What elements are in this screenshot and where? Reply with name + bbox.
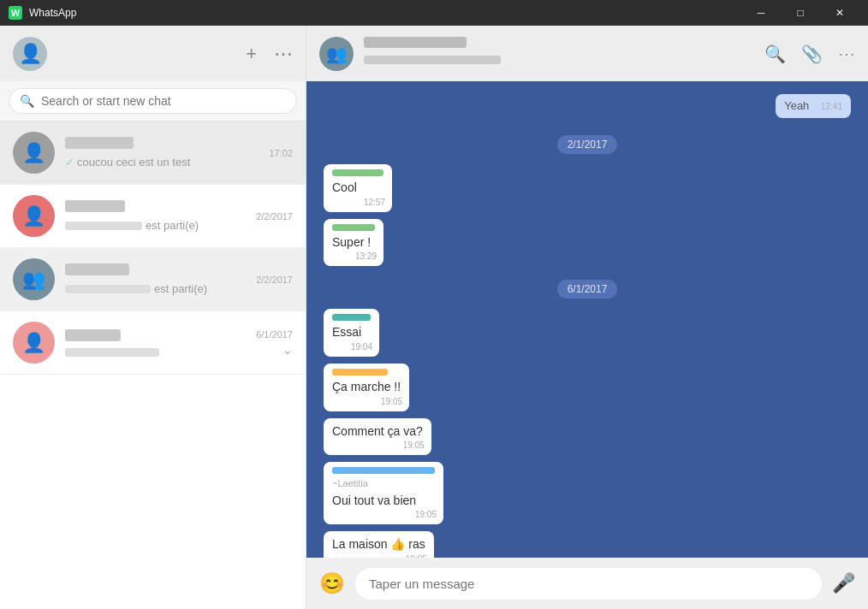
blurred-name [65, 329, 121, 341]
table-row: Essai 19:04 [324, 309, 379, 357]
list-item[interactable]: 👥 est parti(e) 2/2/2017 [0, 248, 306, 311]
titlebar-icon: W [9, 6, 22, 20]
chat-header-actions: 🔍 📎 ⋯ [764, 44, 855, 64]
blurred-name [65, 263, 129, 275]
chat-meta: 6/1/2017 ⌄ [256, 329, 293, 357]
new-chat-icon[interactable]: + [246, 43, 257, 65]
minimize-button[interactable]: ─ [741, 0, 781, 26]
chat-info: est parti(e) [65, 263, 256, 295]
user-avatar[interactable]: 👤 [13, 37, 47, 71]
chat-preview: est parti(e) [65, 282, 256, 295]
emoji-button[interactable]: 😊 [319, 571, 345, 595]
chat-time: 2/2/2017 [256, 211, 293, 222]
table-row: La maison 👍 ras 19:05 [324, 531, 434, 558]
table-row: ~Laetitia Oui tout va bien 19:05 [324, 462, 443, 524]
chat-meta: 2/2/2017 [256, 275, 293, 285]
avatar-icon: 👤 [22, 205, 45, 228]
chat-preview [65, 348, 256, 357]
blurred-contact-status [364, 56, 501, 64]
preview-text: coucou ceci est un test [77, 156, 190, 169]
chat-time: 6/1/2017 [256, 329, 293, 340]
message-text: Essai [332, 325, 361, 339]
message-input[interactable] [355, 568, 822, 600]
message-time: 19:05 [415, 509, 437, 521]
search-input[interactable] [41, 94, 286, 108]
attribution-text: ~Laetitia [332, 477, 435, 490]
blurred-name [65, 137, 134, 149]
chevron-down-icon: ⌄ [282, 343, 293, 357]
app: 👤 + ⋯ 🔍 👤 [0, 26, 868, 609]
maximize-button[interactable]: □ [781, 0, 820, 26]
chat-info: est parti(e) [65, 200, 256, 232]
table-row: Super ! 13:29 [324, 219, 383, 267]
avatar-icon: 👤 [22, 332, 45, 354]
chat-time: 2/2/2017 [256, 275, 293, 285]
chat-meta: 2/2/2017 [256, 211, 293, 222]
contact-status [364, 56, 501, 71]
contact-avatar-icon: 👥 [326, 44, 348, 64]
preview-text: est parti(e) [154, 282, 207, 295]
list-item[interactable]: 👤 ✓ coucou ceci est un test 17:02 [0, 121, 306, 185]
chat-header: 👥 🔍 📎 ⋯ [306, 26, 868, 81]
table-row: Cool 12:57 [324, 164, 392, 212]
date-badge: 2/1/2017 [557, 135, 618, 154]
list-item[interactable]: 👤 6/1/2017 ⌄ [0, 311, 306, 375]
chat-preview: ✓ coucou ceci est un test [65, 156, 269, 169]
sidebar: 👤 + ⋯ 🔍 👤 [0, 26, 306, 609]
menu-icon[interactable]: ⋯ [274, 43, 293, 65]
close-button[interactable]: ✕ [820, 0, 859, 26]
chat-preview: est parti(e) [65, 219, 256, 232]
message-time: 19:05 [406, 553, 427, 558]
sender-color-bar [332, 169, 383, 176]
messages: Yeah 12:41 2/1/2017 Cool 12:57 Super ! 1… [306, 81, 868, 558]
mic-button[interactable]: 🎤 [832, 572, 855, 594]
search-icon[interactable]: 🔍 [764, 44, 786, 64]
chat-meta: 17:02 [269, 148, 293, 158]
sidebar-header: 👤 + ⋯ [0, 26, 306, 81]
chat-info: ✓ coucou ceci est un test [65, 137, 269, 169]
message-time: 12:57 [364, 197, 385, 209]
titlebar-title: WhatsApp [29, 7, 76, 19]
checkmark-icon: ✓ [65, 157, 74, 169]
search-bar: 🔍 [0, 81, 306, 121]
titlebar-controls: ─ □ ✕ [741, 0, 859, 26]
avatar-icon: 👤 [22, 142, 45, 164]
message-text: Comment ça va? [332, 424, 423, 438]
chat-name [65, 263, 256, 279]
table-row: Comment ça va? 19:05 [324, 418, 431, 456]
avatar: 👤 [13, 195, 55, 237]
sender-color-bar [332, 314, 371, 321]
chat-header-left: 👥 [319, 37, 501, 71]
chat-time: 17:02 [269, 148, 293, 158]
table-row: Ça marche !! 19:05 [324, 364, 409, 411]
contact-avatar[interactable]: 👥 [319, 37, 354, 71]
message-text: Oui tout va bien [332, 494, 416, 507]
message-text: Cool [332, 180, 357, 194]
message-time: 19:04 [351, 341, 372, 353]
table-row: Yeah 12:41 [776, 94, 851, 118]
message-time: 19:05 [403, 440, 425, 452]
message-time: 19:05 [381, 396, 402, 408]
menu-icon[interactable]: ⋯ [838, 44, 855, 64]
message-text: Yeah [784, 99, 809, 112]
blurred-preview [65, 348, 159, 357]
list-item[interactable]: 👤 est parti(e) 2/2/2017 [0, 185, 306, 248]
date-badge: 6/1/2017 [557, 280, 618, 299]
titlebar-left: W WhatsApp [9, 6, 76, 20]
attach-icon[interactable]: 📎 [801, 44, 823, 64]
blurred-preview [65, 222, 142, 230]
avatar: 👥 [13, 258, 55, 300]
avatar: 👤 [13, 322, 55, 364]
sender-color-bar [332, 224, 375, 231]
message-text: Super ! [332, 235, 371, 249]
search-input-wrap: 🔍 [9, 88, 297, 114]
input-area: 😊 🎤 [306, 558, 868, 609]
message-text: La maison 👍 ras [332, 537, 425, 551]
blurred-preview [65, 285, 151, 293]
search-icon: 🔍 [20, 94, 34, 108]
titlebar: W WhatsApp ─ □ ✕ [0, 0, 868, 26]
chat-name [65, 200, 256, 216]
blurred-name [65, 200, 125, 212]
avatar: 👤 [13, 132, 55, 174]
user-avatar-icon: 👤 [19, 43, 42, 65]
